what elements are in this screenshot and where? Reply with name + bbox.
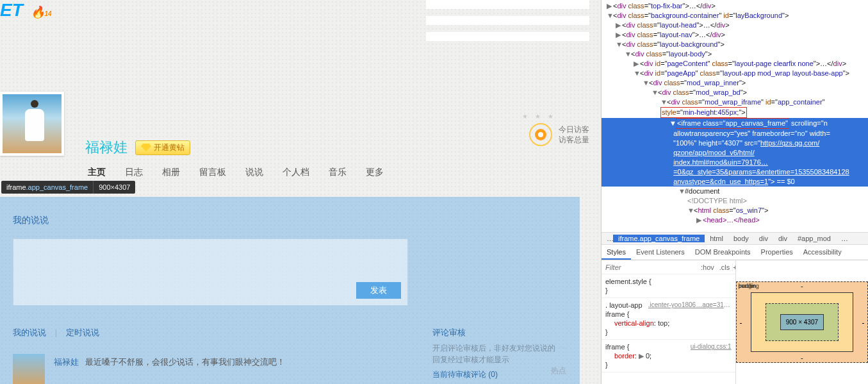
eye-icon [529,123,552,146]
logo-text: ET [0,0,23,20]
dom-node-selected[interactable]: index.html#mod&uin=79176… [602,158,868,167]
nav-blog[interactable]: 日志 [125,167,143,182]
dom-node[interactable]: ▼<div class="layout-body"> [602,49,868,59]
styles-pane: :hov .cls + element.style { } .icenter-y… [602,260,868,384]
nav-bar: 主页 日志 相册 留言板 说说 个人档 音乐 更多 [88,167,384,182]
placeholder-box [426,32,589,41]
dom-node[interactable]: ▶<div class="layout-head">…</div> [602,21,868,30]
css-rule[interactable]: .icenter-yoo1806…age=31536000:1 . layout… [602,298,735,340]
tab-dom-breakpoints[interactable]: DOM Breakpoints [690,245,756,260]
hov-toggle[interactable]: :hov [698,263,717,271]
visitor-block: 今日访客 访客总量 [529,123,589,146]
crumb[interactable]: #app_mod [792,235,836,242]
publish-button[interactable]: 发表 [356,282,401,299]
dom-node[interactable]: ▼<div class="mod_wrap_iframe" id="app_co… [602,97,868,107]
nav-profile[interactable]: 个人档 [283,167,309,182]
qzone-page: ET 🔥14 福禄娃 开通黄钻 ★ ★ ★ 今日访客 访客总量 主页 日志 相册… [0,0,601,384]
tab-event-listeners[interactable]: Event Listeners [631,245,690,260]
dom-node[interactable]: ▶<head>…</head> [602,215,868,225]
box-content-size: 900 × 4307 [780,314,824,330]
devtools-tabs: Styles Event Listeners DOM Breakpoints P… [602,245,868,260]
box-model: margin -- -- border -- -- padding -- -- … [736,260,868,384]
dom-node[interactable]: ▼<div id="pageApp" class="layout-app mod… [602,69,868,78]
inspect-tooltip: iframe.app_canvas_frame 900×4307 [1,181,135,194]
nav-msgboard[interactable]: 留言板 [199,167,226,182]
crumb[interactable]: body [728,235,754,242]
feed-author[interactable]: 福禄娃 [54,357,79,367]
filter-input[interactable] [602,262,698,273]
breadcrumb[interactable]: … iframe.app_canvas_frame html body div … [602,232,868,245]
user-name: 福禄娃 [85,138,127,157]
feed-text: 最近嗓子不舒服，会很少说话，有事我们眼神交流吧！ [85,357,285,367]
tab-accessibility[interactable]: Accessibility [798,245,847,260]
collapse-icon[interactable]: ︿ [557,340,568,353]
css-rule[interactable]: ui-dialog.css:1 iframe { border: ▶ 0; } [602,340,735,372]
compose-box[interactable]: 发表 [13,238,408,306]
logo: ET 🔥14 [0,0,52,21]
placeholder-box [426,16,589,25]
shuoshuo-title: 我的说说 [13,215,49,226]
dom-node[interactable]: ▼<div class="background-container" id="l… [602,11,868,21]
nav-more[interactable]: 更多 [366,167,384,182]
nav-home[interactable]: 主页 [88,167,106,182]
nav-music[interactable]: 音乐 [329,167,347,182]
dom-node[interactable]: ▼<html class="os_win7"> [602,206,868,215]
visitor-total: 访客总量 [559,135,589,145]
hot-label[interactable]: 热点 [551,365,566,376]
dom-node[interactable]: ▼<div class="layout-background"> [602,40,868,49]
dom-node[interactable]: ▼<div class="mod_wrap_bd"> [602,88,868,97]
crumb[interactable]: div [754,235,773,242]
css-rules: :hov .cls + element.style { } .icenter-y… [602,260,736,384]
flame-icon: 🔥14 [31,6,52,19]
devtools-panel: ▶<div class="top-fix-bar">…</div> ▼<div … [601,0,868,384]
avatar[interactable] [0,92,64,156]
placeholder-box [426,0,589,9]
dom-node-selected[interactable]: ▼<iframe class="app_canvas_frame" scroll… [602,118,868,129]
tab-properties[interactable]: Properties [756,245,798,260]
crumb-ellipsis[interactable]: … [602,235,613,242]
elements-tree[interactable]: ▶<div class="top-fix-bar">…</div> ▼<div … [602,0,868,232]
feed-avatar[interactable] [13,354,45,384]
dom-node-selected[interactable]: anvastype=&cdn_use_https=1"> == $0 [602,177,868,187]
dom-node[interactable]: ▼#document [602,187,868,196]
css-rule[interactable]: element.style { } [602,274,735,298]
tab-mine[interactable]: 我的说说 [13,328,46,337]
crumb-iframe[interactable]: iframe.app_canvas_frame [613,235,705,242]
stars-icon: ★ ★ ★ [522,113,556,120]
review-section: 评论审核 开启评论审核后，非好友对您说说的 回复经过审核才能显示 当前待审核评论… [432,327,555,380]
cls-toggle[interactable]: .cls [717,263,733,271]
dom-node-selected[interactable]: qzone/app/mood_v6/html/ [602,148,868,158]
dom-node[interactable]: ▶<div class="layout-nav">…</div> [602,30,868,40]
diamond-icon [141,144,151,151]
feed-item: 福禄娃 最近嗓子不舒服，会很少说话，有事我们眼神交流吧！ [13,354,410,384]
user-row: 福禄娃 开通黄钻 [85,138,190,157]
dom-node-selected[interactable]: "100%" height="4307" src="https://qzs.qq… [602,138,868,148]
dom-node-selected[interactable]: =0&qz_style=35&params=&entertime=1535508… [602,167,868,177]
visitor-today: 今日访客 [559,124,589,135]
dom-node[interactable]: ▶<div class="top-fix-bar">…</div> [602,1,868,11]
review-title: 评论审核 [432,327,555,338]
dom-node[interactable]: <!DOCTYPE html> [602,196,868,206]
tab-timed[interactable]: 定时说说 [66,328,99,337]
vip-badge[interactable]: 开通黄钻 [135,140,190,155]
dom-node-style[interactable]: style="min-height:455px;"> [602,107,868,118]
dom-node[interactable]: ▼<div class="mod_wrap_inner"> [602,78,868,88]
dom-node-selected[interactable]: allowtransparency="yes" frameborder="no"… [602,129,868,138]
dom-node[interactable]: ▶<div id="pageContent" class="layout-pag… [602,59,868,69]
nav-album[interactable]: 相册 [162,167,180,182]
crumb[interactable]: html [705,235,728,242]
nav-shuoshuo[interactable]: 说说 [245,167,263,182]
tab-styles[interactable]: Styles [602,245,631,260]
crumb[interactable]: div [773,235,792,242]
shuoshuo-tabs: 我的说说 | 定时说说 [13,327,99,338]
crumb-ellipsis[interactable]: … [836,235,848,242]
review-pending-link[interactable]: 当前待审核评论 (0) [432,369,555,380]
